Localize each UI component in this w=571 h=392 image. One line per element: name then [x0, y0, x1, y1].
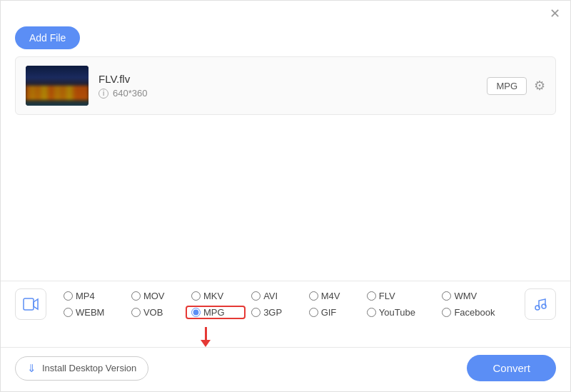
red-arrow	[201, 327, 211, 347]
format-option-wmv[interactable]: WMV	[436, 289, 516, 303]
format-selector: MP4 MOV MKV AVI M4V FLV WMV WEBM	[1, 281, 570, 327]
file-list: FLV.flv i 640*360 MPG ⚙	[15, 56, 556, 115]
file-info: FLV.flv i 640*360	[98, 73, 477, 99]
format-option-gif[interactable]: GIF	[303, 306, 361, 319]
format-grid: MP4 MOV MKV AVI M4V FLV WMV WEBM	[58, 289, 516, 319]
music-format-icon[interactable]	[525, 288, 556, 320]
file-actions: MPG ⚙	[487, 77, 545, 95]
file-meta: i 640*360	[98, 88, 477, 99]
format-option-mpg[interactable]: MPG	[186, 306, 246, 319]
arrow-line	[205, 327, 207, 340]
svg-rect-0	[24, 298, 34, 310]
toolbar: Add File	[1, 24, 570, 56]
format-option-webm[interactable]: WEBM	[58, 306, 126, 319]
info-icon[interactable]: i	[98, 89, 108, 99]
file-resolution: 640*360	[113, 88, 147, 99]
install-label: Install Desktop Version	[42, 363, 136, 373]
action-bar: ⇓ Install Desktop Version Convert	[1, 347, 570, 391]
format-option-3gp[interactable]: 3GP	[246, 306, 303, 319]
close-button[interactable]: ✕	[549, 8, 560, 19]
format-option-mov[interactable]: MOV	[126, 289, 186, 303]
settings-icon[interactable]: ⚙	[534, 78, 545, 94]
arrow-head	[201, 340, 211, 347]
format-option-youtube[interactable]: YouTube	[361, 306, 437, 319]
format-option-mp4[interactable]: MP4	[58, 289, 126, 303]
bottom-panel: MP4 MOV MKV AVI M4V FLV WMV WEBM	[1, 281, 570, 391]
format-option-mkv[interactable]: MKV	[186, 289, 246, 303]
convert-button[interactable]: Convert	[467, 355, 556, 381]
format-option-vob[interactable]: VOB	[126, 306, 186, 319]
file-thumbnail	[26, 66, 89, 106]
download-icon: ⇓	[27, 362, 36, 375]
install-button[interactable]: ⇓ Install Desktop Version	[15, 356, 148, 381]
format-option-avi[interactable]: AVI	[246, 289, 303, 303]
add-file-button[interactable]: Add File	[15, 26, 80, 49]
format-option-m4v[interactable]: M4V	[303, 289, 361, 303]
file-name: FLV.flv	[98, 73, 477, 85]
title-bar: ✕	[1, 1, 570, 24]
main-content	[1, 115, 570, 301]
format-option-facebook[interactable]: Facebook	[436, 306, 516, 319]
format-option-flv[interactable]: FLV	[361, 289, 437, 303]
format-badge[interactable]: MPG	[487, 77, 527, 95]
arrow-indicator	[1, 327, 570, 347]
video-format-icon[interactable]	[15, 288, 46, 320]
